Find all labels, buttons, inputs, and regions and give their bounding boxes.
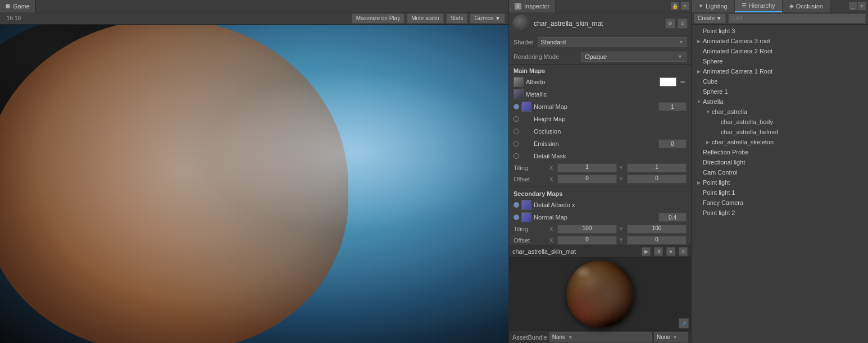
list-item[interactable]: ▶ Point light (692, 177, 868, 187)
metallic-row[interactable]: Metallic (509, 88, 691, 100)
tiling-row: Tiling X 1 Y 1 (509, 162, 691, 173)
material-preview: char_astrella_skin_mat ▶ ⏸ ● ≡ ↗ AssetBu… (509, 245, 691, 343)
asset-bundle-dropdown[interactable]: None ▼ (549, 332, 652, 342)
list-item[interactable]: char_astrella_helmet (692, 127, 868, 137)
shader-dropdown-arrow: ▼ (679, 39, 684, 45)
sphere-texture (566, 260, 634, 328)
emission-circle (513, 141, 519, 147)
hierarchy-tree: Point light 3 ▶ Animated Camera 3 root A… (692, 25, 868, 343)
sec-offset-y-input[interactable]: 0 (627, 236, 687, 245)
preview-light-button[interactable]: ● (666, 247, 675, 256)
mute-audio-button[interactable]: Mute audio (407, 13, 443, 24)
height-map-row[interactable]: Height Map (509, 113, 691, 125)
list-item[interactable]: Point light 2 (692, 208, 868, 218)
list-item[interactable]: Point light 1 (692, 187, 868, 198)
list-item[interactable]: ▼ Astrella (692, 97, 868, 107)
preview-menu-button[interactable]: ≡ (679, 247, 688, 256)
list-item[interactable]: char_astrella_body (692, 117, 868, 127)
sec-offset-y-group: Y 0 (619, 236, 687, 245)
game-toolbar: 16:10 Maximize on Play Mute audio Stats … (0, 12, 508, 25)
occlusion-row[interactable]: Occlusion (509, 125, 691, 138)
albedo-eyedrop-button[interactable]: ✏ (679, 78, 687, 86)
tiling-x-input[interactable]: 1 (557, 163, 617, 172)
offset-x-group: X 0 (549, 175, 617, 184)
inspector-panel-controls: 🔒 ≡ (671, 2, 691, 10)
detail-mask-row[interactable]: Detail Mask (509, 150, 691, 162)
asset-bundle-right-arrow: ▼ (672, 335, 678, 340)
list-item[interactable]: Directional light (692, 157, 868, 167)
sec-offset-x-input[interactable]: 0 (557, 236, 617, 245)
list-item[interactable]: ▶ char_astrella_skeleton (692, 137, 868, 147)
list-item[interactable]: Sphere (692, 56, 868, 66)
stats-button[interactable]: Stats (446, 13, 468, 24)
hier-item-label: Point light (703, 179, 868, 186)
emission-value[interactable]: 0 (658, 139, 687, 148)
inspector-menu-button[interactable]: ≡ (681, 2, 689, 10)
hierarchy-tab[interactable]: ☰ Hierarchy (735, 0, 783, 12)
hier-arrow (714, 119, 720, 125)
offset-y-input[interactable]: 0 (627, 175, 687, 184)
inspector-tab-icon: i (515, 3, 521, 10)
sec-normal-map-row[interactable]: Normal Map 0.4 (509, 211, 691, 223)
asset-bundle-right-dropdown[interactable]: None ▼ (654, 332, 688, 342)
tiling-y-input[interactable]: 1 (627, 163, 687, 172)
hier-item-label: Fancy Camera (703, 199, 868, 206)
sec-offset-x-group: X 0 (549, 236, 617, 245)
rendering-mode-arrow: ▼ (678, 54, 683, 60)
tiling-x-group: X 1 (549, 163, 617, 172)
albedo-row[interactable]: Albedo ✏ (509, 76, 691, 88)
inspector-tab[interactable]: i Inspector (509, 0, 556, 12)
sec-tiling-x-input[interactable]: 100 (557, 225, 617, 234)
normal-map-value[interactable]: 1 (658, 102, 687, 111)
normal-map-row[interactable]: Normal Map 1 (509, 100, 691, 113)
list-item[interactable]: ▶ Animated Camera 1 Root (692, 66, 868, 76)
hier-arrow (696, 159, 702, 165)
emission-row[interactable]: Emission 0 (509, 138, 691, 150)
material-settings-button[interactable]: ⚙ (665, 19, 675, 29)
hierarchy-search[interactable] (728, 13, 866, 24)
hier-item-label: Point light 3 (703, 28, 868, 34)
albedo-thumb (513, 77, 524, 87)
albedo-color-swatch[interactable] (660, 77, 676, 86)
occlusion-tab[interactable]: ◈ Occlusion (783, 0, 830, 12)
sec-tiling-y-input[interactable]: 100 (627, 225, 687, 234)
hierarchy-toolbar: Create ▼ (692, 12, 868, 25)
list-item[interactable]: Cube (692, 76, 868, 86)
hier-arrow (696, 79, 702, 84)
rendering-mode-dropdown[interactable]: Opaque ▼ (581, 52, 687, 62)
preview-corner-button[interactable]: ↗ (679, 318, 689, 328)
gizmos-button[interactable]: Gizmos ▼ (470, 13, 505, 24)
sec-offset-y-label: Y (619, 237, 626, 244)
hier-item-label: Point light 1 (703, 189, 868, 196)
list-item[interactable]: ▼ char_astrella (692, 107, 868, 117)
list-item[interactable]: Fancy Camera (692, 198, 868, 208)
preview-pause-button[interactable]: ⏸ (654, 247, 663, 256)
lighting-tab[interactable]: ☀ Lighting (692, 0, 735, 12)
list-item[interactable]: Animated Camera 2 Root (692, 46, 868, 56)
create-button[interactable]: Create ▼ (694, 13, 726, 24)
maximize-on-play-button[interactable]: Maximize on Play (352, 13, 405, 24)
list-item[interactable]: Point light 3 (692, 26, 868, 36)
shader-dropdown[interactable]: Standard ▼ (538, 37, 687, 47)
tiling-y-group: Y 1 (619, 163, 687, 172)
sec-normal-value[interactable]: 0.4 (658, 213, 687, 222)
hierarchy-lock-button[interactable]: _ (849, 2, 857, 10)
detail-albedo-row[interactable]: Detail Albedo x (509, 199, 691, 211)
inspector-lock-button[interactable]: 🔒 (671, 2, 679, 10)
list-item[interactable]: Cam Control (692, 167, 868, 177)
normal-map-label: Normal Map (534, 103, 656, 110)
inspector-tab-label: Inspector (524, 3, 549, 10)
list-item[interactable]: Reflection Probe (692, 147, 868, 157)
material-options-button[interactable]: ≡ (678, 19, 688, 29)
list-item[interactable]: ▶ Animated Camera 3 root (692, 36, 868, 46)
shader-value: Standard (540, 39, 566, 45)
preview-play-button[interactable]: ▶ (642, 247, 651, 256)
material-preview-sphere: ↗ (509, 258, 691, 331)
sec-offset-row: Offset X 0 Y 0 (509, 235, 691, 245)
hierarchy-menu-button[interactable]: ≡ (858, 2, 866, 10)
list-item[interactable]: Sphere 1 (692, 86, 868, 97)
game-tab[interactable]: Game (0, 0, 36, 12)
hier-arrow: ▶ (696, 68, 702, 74)
occlusion-circle (513, 129, 519, 134)
offset-x-input[interactable]: 0 (557, 175, 617, 184)
